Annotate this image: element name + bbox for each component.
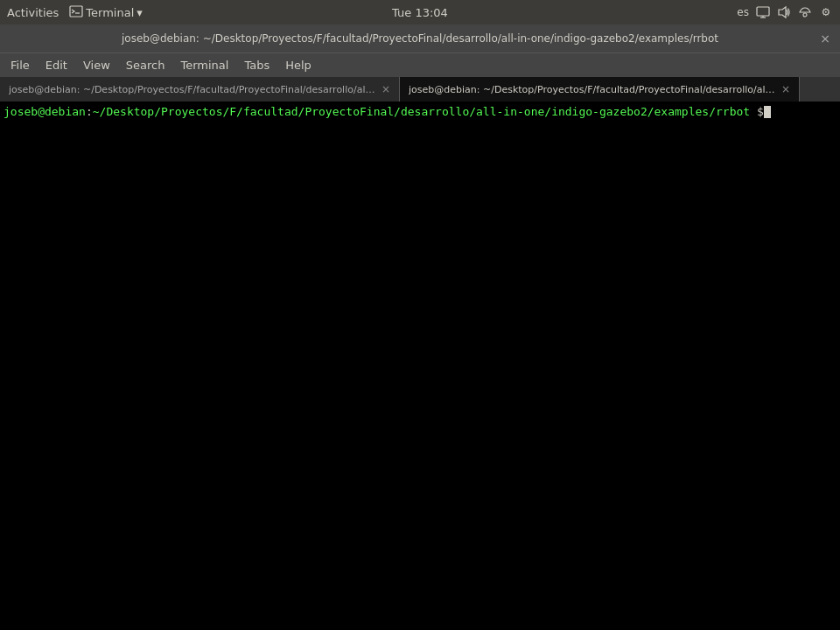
tab-1-label: joseb@debian: ~/Desktop/Proyectos/F/facu… xyxy=(9,84,376,95)
menu-tabs[interactable]: Tabs xyxy=(237,56,276,74)
tab-2-close[interactable]: × xyxy=(781,83,790,95)
system-bar-left: Activities Terminal ▾ xyxy=(7,4,143,21)
system-time: Tue 13:04 xyxy=(392,6,448,19)
svg-rect-2 xyxy=(757,7,769,16)
tab-2[interactable]: joseb@debian: ~/Desktop/Proyectos/F/facu… xyxy=(400,77,800,102)
prompt-user: joseb@debian xyxy=(4,105,86,118)
svg-rect-0 xyxy=(70,6,82,17)
menu-terminal[interactable]: Terminal xyxy=(173,56,235,74)
menu-file[interactable]: File xyxy=(4,56,37,74)
menu-help[interactable]: Help xyxy=(278,56,318,74)
display-icon xyxy=(756,5,770,19)
activities-button[interactable]: Activities xyxy=(7,6,59,19)
prompt-dollar xyxy=(750,105,757,118)
svg-marker-5 xyxy=(779,7,786,18)
prompt-dollar-sign: $ xyxy=(757,105,764,118)
prompt-line: joseb@debian : ~/Desktop/Proyectos/F/fac… xyxy=(4,105,836,118)
prompt-separator: : xyxy=(86,105,93,118)
terminal-content[interactable]: joseb@debian : ~/Desktop/Proyectos/F/fac… xyxy=(0,102,840,630)
tab-2-label: joseb@debian: ~/Desktop/Proyectos/F/facu… xyxy=(409,84,776,95)
menu-search[interactable]: Search xyxy=(119,56,172,74)
menu-bar: File Edit View Search Terminal Tabs Help xyxy=(0,52,840,77)
audio-icon xyxy=(777,5,791,19)
terminal-app-button[interactable]: Terminal ▾ xyxy=(69,4,142,21)
terminal-icon xyxy=(69,4,83,21)
window-close-button[interactable]: × xyxy=(817,31,833,46)
system-bar: Activities Terminal ▾ Tue 13:04 es xyxy=(0,0,840,24)
window-title: joseb@debian: ~/Desktop/Proyectos/F/facu… xyxy=(23,32,817,45)
tabs-bar: joseb@debian: ~/Desktop/Proyectos/F/facu… xyxy=(0,77,840,102)
terminal-window: joseb@debian: ~/Desktop/Proyectos/F/facu… xyxy=(0,24,840,630)
terminal-chevron-icon: ▾ xyxy=(136,6,143,19)
terminal-app-label: Terminal xyxy=(86,6,134,19)
menu-view[interactable]: View xyxy=(76,56,117,74)
tab-1[interactable]: joseb@debian: ~/Desktop/Proyectos/F/facu… xyxy=(0,77,400,102)
terminal-cursor xyxy=(764,106,771,118)
settings-icon: ⚙ xyxy=(819,5,833,19)
system-tray: es ⚙ xyxy=(737,5,833,19)
network-icon xyxy=(798,5,812,19)
menu-edit[interactable]: Edit xyxy=(38,56,74,74)
tab-1-close[interactable]: × xyxy=(382,83,390,95)
svg-point-6 xyxy=(803,13,807,17)
language-indicator[interactable]: es xyxy=(737,6,749,18)
title-bar: joseb@debian: ~/Desktop/Proyectos/F/facu… xyxy=(0,24,840,52)
prompt-path: ~/Desktop/Proyectos/F/facultad/ProyectoF… xyxy=(93,105,750,118)
